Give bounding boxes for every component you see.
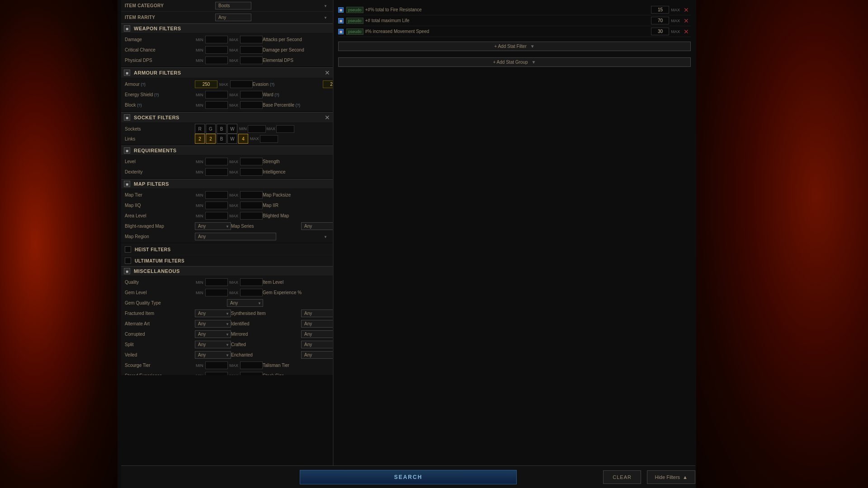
add-stat-filter-btn[interactable]: + Add Stat Filter ▼ (338, 42, 691, 51)
pdps-max[interactable] (240, 56, 263, 64)
area-level-max[interactable] (240, 212, 263, 220)
stored-exp-max[interactable] (240, 372, 263, 375)
link-2a-btn[interactable]: 2 (195, 134, 205, 144)
sockets-max[interactable] (276, 125, 294, 133)
crit-max[interactable] (240, 46, 263, 54)
requirements-body: Level MIN MAX Strength (121, 155, 333, 178)
map-filters-header[interactable]: ■ Map Filters (121, 179, 333, 189)
quality-max[interactable] (240, 278, 263, 286)
req-dex-min[interactable] (205, 168, 228, 176)
gem-level-max[interactable] (240, 289, 263, 296)
socket-filters-toggle[interactable]: ■ (124, 114, 130, 121)
armour-filters-title: Armour Filters (134, 70, 181, 75)
veiled-select[interactable]: Any (195, 351, 231, 359)
socket-close-icon[interactable]: ✕ (325, 114, 330, 121)
link-2b-btn[interactable]: 2 (206, 134, 216, 144)
armour-filters-toggle[interactable]: ■ (124, 70, 130, 76)
split-select[interactable]: Any (195, 341, 231, 348)
item-rarity-dropdown[interactable]: Any (215, 14, 251, 21)
blight-ravaged-select[interactable]: Any (195, 222, 231, 230)
corrupted-select[interactable]: Any (195, 330, 231, 338)
requirements-title: Requirements (134, 148, 177, 153)
scourge-max[interactable] (240, 361, 263, 369)
stat-life-value[interactable] (651, 17, 669, 24)
map-region-select[interactable]: Any (195, 233, 329, 240)
socket-g-btn[interactable]: G (206, 124, 216, 134)
damage-max[interactable] (240, 36, 263, 43)
map-tier-max[interactable] (240, 191, 263, 199)
stat-life-checkbox[interactable]: ■ (338, 18, 344, 23)
quality-min[interactable] (205, 278, 228, 286)
map-series-select[interactable]: Any (301, 222, 333, 230)
weapon-filters-toggle[interactable]: ■ (124, 25, 130, 32)
sockets-min[interactable] (248, 125, 266, 133)
search-button[interactable]: Search (300, 470, 517, 484)
req-dex-max[interactable] (240, 168, 263, 176)
block-max[interactable] (240, 101, 263, 109)
stat-life-remove[interactable]: ✕ (682, 17, 691, 24)
weapon-filters-header[interactable]: ■ Weapon Filters (121, 23, 333, 33)
requirements-toggle[interactable]: ■ (124, 147, 130, 154)
pdps-col: Physical DPS MIN MAX (125, 55, 263, 66)
stat-movespeed-remove[interactable]: ✕ (682, 28, 691, 35)
misc-header[interactable]: ■ Miscellaneous (121, 266, 333, 276)
link-4-btn[interactable]: 4 (238, 134, 248, 144)
socket-filters-header[interactable]: ■ Socket Filters ✕ (121, 112, 333, 123)
es-max[interactable] (240, 91, 263, 99)
item-rarity-select[interactable]: Any (215, 14, 329, 21)
item-category-dropdown[interactable]: Boots (215, 2, 251, 9)
pdps-min[interactable] (205, 56, 228, 64)
evasion-min[interactable] (323, 80, 333, 88)
item-rarity-label: Item Rarity (125, 15, 215, 20)
stat-movespeed-value[interactable] (651, 28, 669, 35)
block-min[interactable] (205, 101, 228, 109)
crit-min[interactable] (205, 46, 228, 54)
req-level-min[interactable] (205, 158, 228, 165)
misc-toggle[interactable]: ■ (124, 268, 130, 274)
synthesised-select[interactable]: Any (301, 310, 333, 317)
armour-filters-header[interactable]: ■ Armour Filters ✕ (121, 67, 333, 78)
armour-close-icon[interactable]: ✕ (325, 69, 330, 76)
map-iiq-max[interactable] (240, 202, 263, 209)
socket-w-btn[interactable]: W (227, 124, 237, 134)
damage-col: Damage MIN MAX (125, 34, 263, 45)
identified-select[interactable]: Any (301, 320, 333, 328)
alternate-art-select[interactable]: Any (195, 320, 231, 328)
socket-r-btn[interactable]: R (195, 124, 205, 134)
requirements-header[interactable]: ■ Requirements (121, 145, 333, 155)
scourge-min[interactable] (205, 361, 228, 369)
stat-filter-movespeed: ■ pseudo #% increased Movement Speed MAX… (338, 26, 691, 37)
map-filters-toggle[interactable]: ■ (124, 181, 130, 187)
armour-max[interactable] (230, 80, 253, 88)
stat-filters-area: ■ pseudo +#% total to Fire Resistance MA… (338, 3, 691, 69)
gem-quality-type-select[interactable]: Any (227, 299, 263, 307)
stored-exp-min[interactable] (205, 372, 228, 375)
hide-filters-button[interactable]: Hide Filters ▲ (647, 470, 695, 484)
area-level-min[interactable] (205, 212, 228, 220)
base-percentile-label: Base Percentile (?) (263, 103, 333, 108)
gem-level-min[interactable] (205, 289, 228, 296)
heist-checkbox[interactable] (125, 246, 131, 253)
link-w-btn[interactable]: W (227, 134, 237, 144)
armour-min[interactable] (195, 80, 217, 88)
stat-fire-value[interactable] (651, 6, 669, 14)
stat-movespeed-checkbox[interactable]: ■ (338, 29, 344, 34)
crafted-select[interactable]: Any (301, 341, 333, 348)
socket-b-btn[interactable]: B (217, 124, 226, 134)
enchanted-select[interactable]: Any (301, 351, 333, 359)
ultimatum-checkbox[interactable] (125, 258, 131, 264)
damage-min[interactable] (205, 36, 228, 43)
req-level-max[interactable] (240, 158, 263, 165)
add-stat-group-btn[interactable]: + Add Stat Group ▼ (338, 57, 691, 67)
fractured-select[interactable]: Any (195, 310, 231, 317)
stat-fire-remove[interactable]: ✕ (682, 6, 691, 14)
mirrored-select[interactable]: Any (301, 330, 333, 338)
item-category-select[interactable]: Boots (215, 2, 329, 9)
stat-fire-checkbox[interactable]: ■ (338, 7, 344, 13)
map-iiq-min[interactable] (205, 202, 228, 209)
link-b-btn[interactable]: B (217, 134, 226, 144)
clear-button[interactable]: Clear (603, 470, 641, 484)
map-tier-min[interactable] (205, 191, 228, 199)
links-max[interactable] (260, 135, 278, 143)
es-min[interactable] (205, 91, 228, 99)
